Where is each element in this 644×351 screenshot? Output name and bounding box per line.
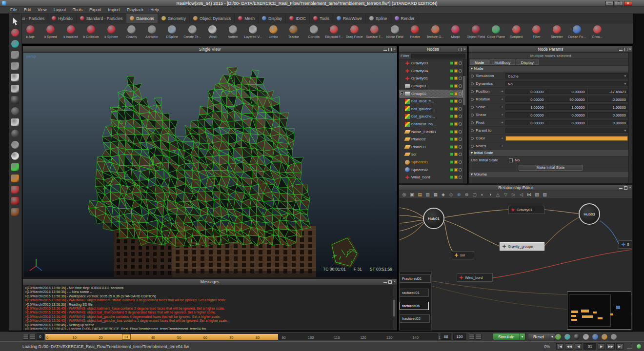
prev-keyframe-button[interactable]: ◀◀ bbox=[565, 343, 573, 350]
visibility-toggle[interactable] bbox=[459, 61, 462, 65]
viewport-3d-canvas[interactable]: persp TC 00:01:01 F 31 ST 03:51:59 bbox=[23, 53, 397, 277]
node-row-noise-field01[interactable]: Noise_Field01 bbox=[400, 128, 463, 136]
node-row-group02[interactable]: +Group02 bbox=[400, 90, 463, 98]
node-row-plane03[interactable]: Plane03 bbox=[400, 143, 463, 151]
nodes-header[interactable]: Nodes × bbox=[399, 46, 467, 53]
node-params-header[interactable]: Node Params × bbox=[469, 46, 632, 53]
wall-tool-icon[interactable] bbox=[11, 186, 19, 194]
branch-icon[interactable] bbox=[611, 334, 617, 340]
tab-object-dynamics[interactable]: Object Dynamics bbox=[190, 14, 235, 23]
node-row-bat-droit-fr[interactable]: bat_droit_fr... bbox=[400, 98, 463, 105]
node-row-bat-gauche[interactable]: bat_gauche... bbox=[400, 105, 463, 113]
param-pivot-z[interactable]: 0.00000 bbox=[588, 120, 628, 125]
dark-sphere-icon[interactable] bbox=[574, 334, 580, 340]
link-icon[interactable]: ◐ bbox=[479, 192, 485, 198]
last-frame-button[interactable]: ▶| bbox=[616, 343, 624, 350]
tool-tractor[interactable]: Tractor bbox=[283, 23, 304, 43]
cache-toggle[interactable] bbox=[454, 61, 458, 65]
visibility-toggle[interactable] bbox=[459, 77, 462, 80]
messages-header[interactable]: Messages × bbox=[23, 279, 397, 285]
timeline-cache-icon[interactable] bbox=[23, 334, 29, 340]
max-cached-frame-field[interactable]: 88 bbox=[441, 333, 451, 340]
tool-surface-t[interactable]: Surface T... bbox=[364, 23, 385, 43]
frame-all-icon[interactable]: ▤ bbox=[417, 192, 423, 198]
graph-node-gravity01[interactable]: Gravity01 bbox=[508, 206, 544, 214]
filter-input[interactable] bbox=[411, 54, 465, 58]
tool-wind[interactable]: Wind bbox=[202, 23, 223, 43]
paint-bucket-tool-icon[interactable] bbox=[11, 175, 19, 182]
param-pivot-x[interactable]: 0.00000 bbox=[505, 120, 545, 125]
tab-hybrido[interactable]: Hybrido bbox=[48, 14, 76, 23]
play-graph-icon[interactable]: ▧ bbox=[534, 192, 540, 198]
expand-icon[interactable]: ▽ bbox=[503, 192, 509, 198]
current-frame-field[interactable]: 31 bbox=[584, 343, 596, 350]
tool-attractor[interactable]: Attractor bbox=[142, 23, 162, 43]
tool-dspline[interactable]: DSpline bbox=[162, 23, 182, 43]
pencil-tool-icon[interactable] bbox=[11, 74, 19, 81]
float-panel-icon[interactable] bbox=[459, 48, 462, 51]
sphere-dark-tool-icon[interactable] bbox=[11, 130, 19, 137]
nodes-scrollbar[interactable] bbox=[463, 59, 466, 183]
menu-import[interactable]: Import bbox=[105, 7, 123, 13]
menu-help[interactable]: Help bbox=[147, 7, 162, 13]
sim-toggle[interactable] bbox=[450, 122, 453, 126]
graph-node-gravity-groupe[interactable]: Gravity_groupe bbox=[500, 242, 544, 251]
close-panel-icon[interactable]: × bbox=[463, 47, 466, 51]
wrench-icon[interactable] bbox=[602, 334, 607, 340]
tab-multbody[interactable]: MultBody bbox=[489, 59, 515, 65]
resize-grip-icon[interactable] bbox=[627, 344, 632, 349]
param-dynamics-dropdown[interactable]: No bbox=[505, 81, 628, 86]
stats-icon[interactable]: ▨ bbox=[542, 192, 548, 198]
network-icon[interactable] bbox=[592, 334, 598, 340]
sim-toggle[interactable] bbox=[450, 107, 453, 111]
graph-node-fractured01[interactable]: Fractured01 bbox=[400, 274, 431, 283]
tool-coriolis[interactable]: Coriolis bbox=[304, 23, 324, 43]
tab-idoc[interactable]: IDOC bbox=[286, 14, 310, 23]
minimize-window-icon[interactable]: — bbox=[605, 1, 614, 6]
tool-vortex[interactable]: Vortex bbox=[223, 23, 243, 43]
tool-scripted[interactable]: Scripted bbox=[506, 23, 527, 43]
menu-playback[interactable]: Playback bbox=[123, 7, 147, 13]
graph-node-ractured01[interactable]: ractured01 bbox=[400, 289, 429, 297]
sim-toggle[interactable] bbox=[450, 130, 453, 134]
particles-tool-icon[interactable] bbox=[11, 29, 19, 37]
node-row-gravity01[interactable]: Gravity01 bbox=[400, 75, 463, 82]
tool-k-collision[interactable]: k Collision bbox=[81, 23, 101, 43]
collapse-icon[interactable]: ▷ bbox=[510, 192, 517, 198]
tool-k-isolated[interactable]: k Isolated bbox=[61, 23, 81, 43]
param-color-swatch[interactable] bbox=[505, 136, 628, 141]
menu-view[interactable]: View bbox=[34, 7, 50, 13]
minimize-panel-icon[interactable] bbox=[383, 50, 387, 51]
param-key-icon[interactable] bbox=[471, 90, 474, 93]
reset-button[interactable]: Reset ▾ bbox=[528, 333, 555, 340]
menu-file[interactable]: File bbox=[7, 7, 20, 13]
tab-display[interactable]: Display bbox=[516, 59, 538, 65]
param-scale-y[interactable]: 1.00000 bbox=[546, 104, 586, 110]
magnet-tool-icon[interactable] bbox=[11, 62, 19, 70]
wire-cube-tool-icon[interactable] bbox=[11, 118, 19, 126]
float-panel-icon[interactable] bbox=[388, 48, 392, 51]
param-position-z[interactable]: -17.69423 bbox=[588, 89, 628, 94]
layout-icon[interactable]: ◈ bbox=[440, 192, 446, 198]
sim-toggle[interactable] bbox=[450, 92, 453, 96]
section-node[interactable]: ▾ Node bbox=[469, 66, 632, 72]
tool-heater[interactable]: Heater bbox=[405, 23, 425, 43]
node-row-gravity04[interactable]: Gravity04 bbox=[400, 67, 463, 75]
visibility-toggle[interactable] bbox=[459, 122, 462, 126]
visibility-toggle[interactable] bbox=[459, 69, 462, 73]
tab-mesh[interactable]: Mesh bbox=[235, 14, 259, 23]
tab-node[interactable]: Node bbox=[470, 59, 489, 65]
graph-node-sol[interactable]: sol bbox=[452, 251, 474, 259]
tab-display[interactable]: Display bbox=[259, 14, 286, 23]
cache-toggle[interactable] bbox=[454, 107, 458, 111]
param-key-icon[interactable] bbox=[471, 82, 474, 85]
cache-toggle[interactable] bbox=[454, 92, 458, 96]
sim-toggle[interactable] bbox=[450, 77, 453, 80]
param-key-icon[interactable] bbox=[471, 137, 474, 140]
cache-toggle[interactable] bbox=[454, 115, 458, 118]
tool-limbo[interactable]: Limbo bbox=[263, 23, 284, 43]
zoom-out-icon[interactable]: ⊖ bbox=[463, 192, 470, 198]
node-row-wind-bord[interactable]: Wind_bord bbox=[400, 174, 463, 181]
tool-sheeter[interactable]: Sheeter bbox=[547, 23, 567, 43]
cache-toggle[interactable] bbox=[454, 145, 458, 149]
